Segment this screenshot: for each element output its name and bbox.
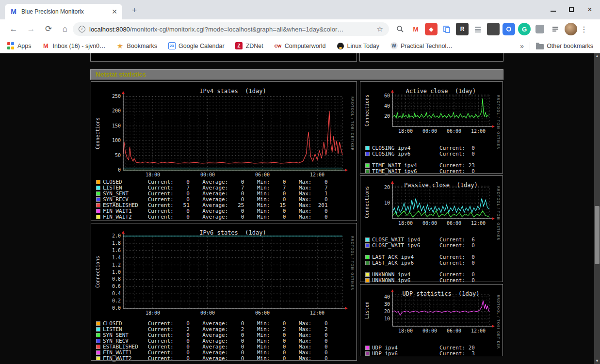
y-tick-label: 0 (118, 167, 121, 173)
legend-color-swatch (365, 261, 370, 265)
copy-pages-icon[interactable] (440, 23, 453, 35)
rrdtool-watermark: RRDTOOL / TOBI OETIKER (350, 96, 354, 151)
x-tick-label: 12:00 (471, 128, 486, 134)
stack-icon[interactable] (471, 23, 484, 35)
screenshot-camera-icon[interactable] (503, 23, 515, 35)
window-close-button[interactable]: × (586, 6, 593, 13)
legend-color-swatch (96, 339, 100, 343)
legend-row: SYN_SENT Current: 0 Average: 0 Min: 0 Ma… (96, 332, 328, 338)
grammarly-icon[interactable]: G (518, 23, 531, 35)
bookmark-star-icon[interactable]: ☆ (377, 25, 383, 33)
x-tick-label: 18:00 (146, 310, 160, 316)
legend-color-swatch (365, 346, 370, 350)
chart-legend: CLOSE_WAIT ipv4 Current: 6CLOSE_WAIT ipv… (365, 237, 475, 283)
legend-color-swatch (365, 272, 370, 277)
y-tick-label: 20 (384, 309, 390, 314)
chart-legend: CLOSED Current: 0 Average: 0 Min: 0 Max:… (96, 320, 328, 361)
legend-color-swatch (365, 146, 370, 150)
home-button[interactable]: ⌂ (59, 23, 71, 35)
chart-panel-active-close: 18:0000:0006:0012:00204060 Active close … (360, 81, 503, 174)
y-tick-label: 250 (112, 94, 121, 99)
x-tick-label: 18:00 (398, 221, 413, 226)
scrollbar-down-arrow[interactable]: ▼ (594, 358, 600, 364)
gmail-icon[interactable]: M (409, 23, 422, 35)
y-axis-label: Listen (364, 301, 370, 319)
legend-row: CLOSING ipv4 Current: 0 (365, 145, 475, 151)
y-tick-label: 40 (384, 294, 390, 300)
bookmark-linux-today[interactable]: Linux Today (337, 42, 380, 50)
red-extension-icon[interactable]: ◆ (425, 23, 438, 35)
bookmark-label: Google Calendar (178, 43, 225, 49)
linux-today-icon (337, 43, 344, 49)
computerworld-icon: CW (274, 42, 282, 50)
profile-avatar[interactable] (565, 23, 577, 35)
page-scrollbar[interactable]: ▲ ▼ (594, 53, 600, 364)
legend-color-swatch (96, 209, 100, 213)
minimize-button[interactable] (550, 6, 556, 13)
extensions-puzzle-icon[interactable] (534, 23, 546, 35)
other-bookmarks[interactable]: Other bookmarks (536, 42, 593, 50)
y-tick-label: 150 (112, 123, 121, 128)
chart-legend: UDP ipv4 Current: 20UDP ipv6 Current: 3 (365, 345, 475, 356)
x-tick-label: 06:00 (255, 172, 270, 177)
bookmark-google-calendar[interactable]: 23 Google Calendar (168, 42, 225, 50)
browser-tab[interactable]: M Blue Precision Monitorix ✕ (5, 4, 122, 19)
tab-close-icon[interactable]: ✕ (112, 8, 117, 16)
forward-button[interactable]: → (25, 23, 37, 35)
chart-title: IPv6 states (1day) (123, 229, 342, 236)
reload-button[interactable]: ⟳ (43, 23, 54, 35)
legend-row: CLOSE_WAIT ipv4 Current: 6 (365, 237, 475, 242)
bookmarks-divider (530, 42, 530, 50)
bookmarks-overflow-chevron[interactable]: » (520, 42, 524, 50)
bookmark-bookmarks[interactable]: ★ Bookmarks (116, 42, 158, 50)
chart-panel-udp-statistics: 18:0000:0006:0012:0010203040 UDP statist… (360, 284, 503, 356)
section-title: Netstat statistics (96, 71, 146, 78)
apps-grid-icon (7, 42, 15, 50)
x-tick-label: 12:00 (471, 328, 486, 333)
search-icon[interactable] (394, 23, 406, 35)
new-tab-button[interactable]: + (129, 5, 140, 16)
x-tick-label: 18:00 (398, 128, 413, 134)
legend-text: UNKNOWN ipv6 Current: 0 (372, 277, 475, 284)
chart-title: UDP statistics (1day) (392, 290, 489, 297)
bookmark-apps[interactable]: Apps (7, 42, 32, 50)
extension-icons: M ◆ R G ⋮ (394, 23, 588, 35)
bookmark-inbox[interactable]: M Inbox (16) - sjvn0… (42, 42, 106, 50)
y-tick-label: 10 (384, 316, 390, 321)
y-axis-label: Connections (95, 117, 100, 149)
page-info-icon[interactable]: i (79, 26, 85, 32)
y-tick-label: 1.0 (112, 269, 121, 275)
legend-color-swatch (365, 169, 370, 174)
back-button[interactable]: ← (8, 23, 19, 35)
legend-color-swatch (96, 345, 100, 349)
monitorix-page: Netstat statistics 18:0000:0006:0012:000… (0, 53, 600, 364)
legend-color-swatch (365, 163, 370, 168)
browser-menu-icon[interactable]: ⋮ (580, 25, 588, 34)
reading-list-icon[interactable] (549, 23, 562, 35)
x-tick-label: 00:00 (422, 221, 437, 226)
legend-color-swatch (365, 152, 370, 156)
legend-spacer (365, 266, 475, 271)
bookmark-zdnet[interactable]: Z ZDNet (235, 42, 263, 50)
y-tick-label: 0.4 (112, 291, 121, 296)
x-tick-label: 12:00 (471, 221, 486, 226)
bookmark-computerworld[interactable]: CW Computerworld (274, 42, 326, 50)
y-tick-label: 60 (384, 93, 390, 98)
legend-color-swatch (96, 356, 100, 361)
scrollbar-thumb[interactable] (595, 206, 600, 264)
address-bar[interactable]: i localhost:8080/monitorix-cgi/monitorix… (73, 22, 389, 36)
scrollbar-up-arrow[interactable]: ▲ (594, 53, 600, 59)
legend-color-swatch (96, 203, 100, 207)
r-extension-icon[interactable]: R (456, 23, 469, 35)
y-axis-label: Connections (364, 186, 370, 218)
legend-color-swatch (96, 180, 100, 184)
maximize-button[interactable] (568, 6, 575, 13)
bookmark-practical-technology[interactable]: W Practical Technol… (390, 42, 453, 50)
dark-extension-icon[interactable] (487, 23, 500, 35)
y-tick-label: 1.4 (112, 255, 121, 260)
legend-spacer (365, 248, 475, 254)
legend-text: LAST_ACK ipv6 Current: 0 (372, 260, 475, 266)
legend-row: SYN_RECV Current: 0 Average: 0 Min: 0 Ma… (96, 338, 328, 344)
legend-text: FIN_WAIT2 Current: 0 Average: 0 Min: 0 M… (103, 214, 328, 220)
x-tick-label: 06:00 (255, 310, 270, 316)
